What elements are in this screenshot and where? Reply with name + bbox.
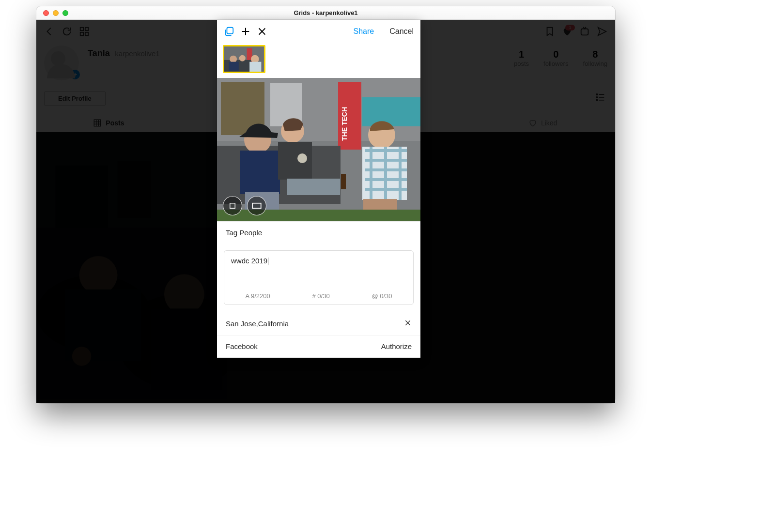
- svg-rect-55: [287, 179, 340, 195]
- caption-box: wwdc 2019 A 9/2200 # 0/30 @ 0/30: [224, 250, 414, 305]
- caption-input[interactable]: wwdc 2019: [224, 251, 413, 292]
- window-title: Grids - karpenkolive1: [294, 9, 357, 16]
- compose-panel: Share Cancel: [217, 20, 420, 358]
- add-icon[interactable]: [240, 26, 251, 37]
- svg-rect-71: [230, 203, 235, 209]
- svg-rect-51: [240, 151, 280, 194]
- app-window: Grids - karpenkolive1 +: [36, 6, 615, 403]
- svg-point-56: [297, 153, 307, 163]
- svg-rect-29: [227, 28, 233, 34]
- caption-counts: A 9/2200 # 0/30 @ 0/30: [224, 292, 413, 304]
- location-row[interactable]: San Jose,California: [217, 312, 420, 335]
- compose-header: Share Cancel: [217, 20, 420, 43]
- mention-count: @ 0/30: [372, 292, 392, 300]
- cancel-button[interactable]: Cancel: [389, 27, 414, 36]
- svg-point-39: [239, 55, 246, 61]
- facebook-label: Facebook: [226, 342, 381, 350]
- svg-rect-41: [249, 62, 261, 72]
- share-button[interactable]: Share: [353, 27, 374, 36]
- svg-rect-57: [341, 174, 346, 189]
- close-window-button[interactable]: [43, 10, 49, 16]
- location-text: San Jose,California: [226, 319, 404, 328]
- authorize-button[interactable]: Authorize: [381, 342, 412, 350]
- svg-rect-54: [278, 142, 312, 180]
- clear-location-icon[interactable]: [404, 319, 412, 328]
- crop-square-icon[interactable]: [223, 196, 242, 215]
- tag-people-label: Tag People: [226, 228, 262, 237]
- crop-controls: [223, 196, 266, 215]
- crop-wide-icon[interactable]: [247, 196, 266, 215]
- hashtag-count: # 0/30: [312, 292, 330, 300]
- svg-rect-72: [252, 203, 261, 209]
- content: + Tania karpenkolive1 Edit Profile 1post…: [36, 20, 615, 403]
- facebook-row[interactable]: Facebook Authorize: [217, 335, 420, 358]
- titlebar: Grids - karpenkolive1: [36, 6, 615, 20]
- window-controls: [43, 10, 68, 16]
- thumbnail-selected[interactable]: [223, 45, 265, 73]
- svg-text:THE TECH: THE TECH: [341, 107, 348, 141]
- zoom-window-button[interactable]: [62, 10, 68, 16]
- char-count: A 9/2200: [245, 292, 270, 300]
- svg-rect-38: [229, 62, 238, 71]
- svg-point-37: [230, 56, 237, 63]
- photo-preview[interactable]: THE TECH: [217, 78, 420, 221]
- svg-rect-48: [362, 97, 420, 126]
- carousel-icon[interactable]: [224, 26, 234, 37]
- close-icon[interactable]: [257, 26, 267, 37]
- thumbnails: [217, 43, 420, 78]
- tag-people-row[interactable]: Tag People: [217, 221, 420, 243]
- minimize-window-button[interactable]: [53, 10, 59, 16]
